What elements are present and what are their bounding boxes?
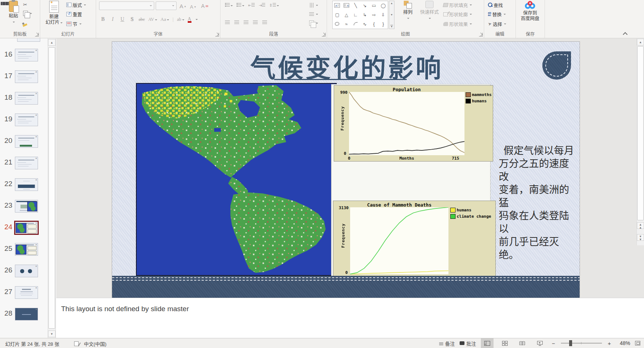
slide-thumbnail-24[interactable]: ✶ bbox=[14, 221, 39, 235]
section-button[interactable]: 节 bbox=[66, 19, 82, 28]
reset-button[interactable]: 重置 bbox=[66, 10, 82, 19]
slide-thumbnail-17[interactable]: ✶ bbox=[15, 70, 38, 83]
shape-left-brace-icon[interactable]: { bbox=[373, 22, 375, 26]
normal-view-button[interactable] bbox=[481, 338, 494, 348]
cut-button[interactable]: ✂ bbox=[23, 0, 27, 9]
slide-thumbnail-22[interactable]: ✶ bbox=[15, 178, 38, 191]
shape-textbox-icon[interactable]: A bbox=[334, 3, 340, 9]
justify-button[interactable] bbox=[253, 20, 258, 24]
collapse-ribbon-chevron-icon[interactable] bbox=[623, 32, 628, 37]
decrease-indent-button[interactable]: ⇤ bbox=[248, 3, 255, 8]
convert-to-smartart-button[interactable] bbox=[309, 19, 318, 28]
shape-freeform-icon[interactable] bbox=[334, 22, 340, 27]
fit-to-window-button[interactable] bbox=[635, 341, 640, 345]
line-spacing-button[interactable]: ⇕ bbox=[269, 3, 279, 8]
shape-fill-button[interactable]: 形状填充 bbox=[443, 0, 472, 9]
text-shadow-button[interactable]: S bbox=[129, 16, 135, 22]
shape-rectangle-icon[interactable]: ▭ bbox=[372, 3, 376, 8]
gallery-more-icon[interactable]: ▼ bbox=[390, 25, 393, 28]
increase-indent-button[interactable]: ⇥ bbox=[258, 3, 265, 8]
slide-thumbnail-26[interactable]: ✶ bbox=[15, 265, 38, 277]
gallery-up-icon[interactable]: ▲ bbox=[390, 2, 393, 4]
slide-thumbnail-18[interactable]: ✶ bbox=[15, 92, 38, 105]
replace-button[interactable]: abac替换 bbox=[488, 10, 506, 19]
italic-button[interactable]: I bbox=[110, 16, 116, 22]
shape-arrow-icon[interactable]: ↘ bbox=[363, 3, 367, 8]
copy-button[interactable] bbox=[23, 9, 32, 18]
shape-curve-icon[interactable]: ∿ bbox=[363, 22, 367, 26]
shape-triangle-icon[interactable]: △ bbox=[345, 13, 348, 17]
shapes-gallery-scrollbar[interactable]: ▲ ▼ ▼ bbox=[389, 1, 394, 29]
slide-thumbnail-23[interactable]: ✶ bbox=[15, 200, 38, 213]
slide-thumbnail-21[interactable]: ✶ bbox=[15, 157, 38, 169]
slide-thumbnail-20[interactable]: ✶ bbox=[15, 135, 38, 148]
layout-button[interactable]: 版式 bbox=[66, 0, 86, 9]
scroll-down-icon[interactable]: ▼ bbox=[48, 331, 55, 337]
shape-elbow-connector-icon[interactable]: ∟ bbox=[353, 13, 358, 17]
shape-right-brace-icon[interactable]: } bbox=[383, 22, 384, 26]
slide-body-text[interactable]: 假定气候以每月万分之五的速度改变着，南美洲的猛犸象在人类登陆以前几乎已经灭绝。 bbox=[499, 144, 577, 262]
change-case-button[interactable]: Aa bbox=[161, 16, 169, 22]
font-size-combobox[interactable] bbox=[156, 1, 177, 10]
comments-toggle-button[interactable]: 批注 bbox=[460, 340, 476, 347]
previous-slide-button[interactable]: ▲▲ bbox=[637, 222, 644, 229]
align-center-button[interactable] bbox=[234, 20, 239, 24]
align-right-button[interactable] bbox=[244, 20, 248, 24]
zoom-in-button[interactable]: + bbox=[607, 340, 612, 347]
bold-button[interactable]: B bbox=[100, 16, 106, 22]
align-left-button[interactable] bbox=[225, 20, 230, 24]
notes-pane[interactable]: This layout is not defined by slide mast… bbox=[56, 298, 644, 338]
slideshow-view-button[interactable] bbox=[533, 338, 546, 348]
zoom-slider[interactable] bbox=[561, 343, 602, 344]
shape-arc-icon[interactable] bbox=[353, 22, 358, 27]
notes-toggle-button[interactable]: 备注 bbox=[439, 340, 455, 347]
font-dialog-launcher[interactable] bbox=[215, 33, 219, 36]
arrange-button[interactable]: 排列 bbox=[399, 1, 417, 21]
save-to-baidu-button[interactable]: 保存到 百度网盘 bbox=[518, 1, 542, 22]
strikethrough-button[interactable]: abc bbox=[139, 17, 145, 22]
slide-thumbnail-25[interactable]: ✶ bbox=[15, 243, 38, 256]
thumbnail-pane-scrollbar[interactable]: ▲ ▼ bbox=[48, 38, 55, 338]
scrollbar-thumb[interactable] bbox=[48, 47, 55, 329]
scroll-up-icon[interactable]: ▲ bbox=[48, 39, 55, 46]
shape-elbow-arrow-connector-icon[interactable]: ↳ bbox=[363, 13, 367, 17]
numbering-button[interactable] bbox=[237, 3, 244, 8]
reading-view-button[interactable] bbox=[516, 338, 529, 348]
new-slide-button[interactable]: 新建 幻灯片 bbox=[43, 1, 65, 25]
font-name-combobox[interactable] bbox=[99, 1, 154, 10]
slide-sorter-view-button[interactable] bbox=[498, 338, 511, 348]
shape-rounded-rectangle-icon[interactable]: ▢ bbox=[335, 13, 339, 17]
slide-thumbnail-16[interactable]: ✶ bbox=[15, 49, 38, 61]
partial-slide-thumbnail[interactable] bbox=[17, 38, 40, 42]
paste-button[interactable]: 粘贴 bbox=[5, 1, 22, 25]
americas-simulation-map[interactable] bbox=[136, 83, 337, 276]
shape-line-icon[interactable]: ╲ bbox=[354, 3, 357, 8]
clipboard-dialog-launcher[interactable] bbox=[35, 33, 39, 36]
editor-scrollbar[interactable]: ▲ ▲▲ ▼▼ bbox=[637, 38, 644, 245]
quick-styles-button[interactable]: 快速样式 bbox=[418, 1, 441, 21]
drawing-dialog-launcher[interactable] bbox=[479, 33, 483, 36]
grow-font-button[interactable]: A▴ bbox=[180, 1, 186, 10]
shape-outline-button[interactable]: 形状轮廓 bbox=[443, 10, 472, 19]
distribute-button[interactable] bbox=[262, 20, 267, 24]
font-color-button[interactable]: A bbox=[188, 16, 191, 22]
scrollbar-thumb[interactable] bbox=[637, 46, 644, 220]
slide-thumbnail-28[interactable]: ✶ bbox=[15, 308, 38, 320]
language-indicator[interactable]: 中文(中国) bbox=[84, 340, 107, 347]
spell-check-icon[interactable] bbox=[74, 341, 79, 346]
shape-down-arrow-icon[interactable]: ⇩ bbox=[381, 13, 385, 17]
bullets-button[interactable] bbox=[225, 3, 233, 8]
format-painter-button[interactable] bbox=[22, 19, 28, 28]
slide-thumbnail-27[interactable]: ✶ bbox=[15, 286, 38, 299]
slide-canvas[interactable]: 气候变化的影响 bbox=[112, 41, 580, 298]
next-slide-button[interactable]: ▼▼ bbox=[637, 234, 644, 241]
underline-button[interactable]: U bbox=[119, 16, 126, 22]
scroll-up-icon[interactable]: ▲ bbox=[637, 39, 644, 45]
zoom-slider-thumb[interactable] bbox=[569, 340, 572, 346]
slide-thumbnail-19[interactable]: ✶ bbox=[15, 114, 38, 126]
shape-effects-button[interactable]: 形状效果 bbox=[443, 19, 472, 28]
zoom-out-button[interactable]: − bbox=[551, 340, 556, 347]
shape-oval-icon[interactable]: ◯ bbox=[381, 3, 386, 8]
character-spacing-button[interactable]: AV bbox=[148, 17, 157, 22]
text-direction-button[interactable] bbox=[309, 10, 318, 19]
